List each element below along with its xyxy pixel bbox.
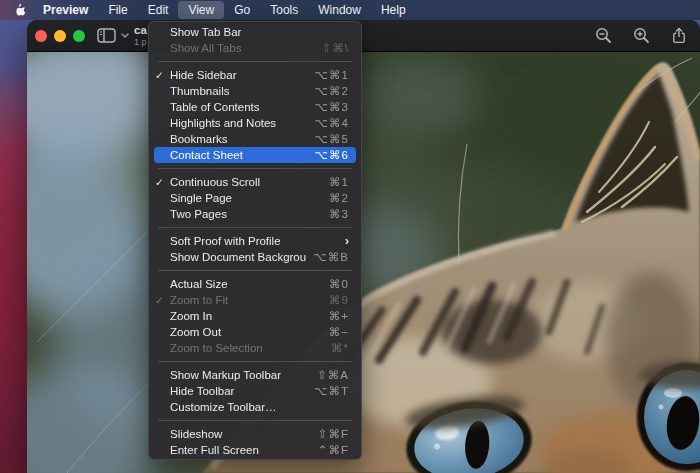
- window-title: ca: [134, 24, 147, 37]
- menu-item-label: Enter Full Screen: [170, 444, 310, 456]
- menu-separator: [149, 415, 361, 426]
- menu-item-label: Soft Proof with Profile: [170, 235, 337, 247]
- menu-separator: [149, 222, 361, 233]
- menu-item-show-document-background[interactable]: Show Document Background ⌥⌘B: [149, 249, 361, 265]
- menu-item-table-of-contents[interactable]: Table of Contents ⌥⌘3: [149, 99, 361, 115]
- menubar-item-file[interactable]: File: [98, 1, 137, 19]
- window-subtitle: 1 p: [134, 37, 147, 47]
- window-controls: [35, 30, 85, 42]
- menubar-item-tools[interactable]: Tools: [260, 1, 308, 19]
- menu-item-slideshow[interactable]: Slideshow ⇧⌘F: [149, 426, 361, 442]
- menubar-item-view[interactable]: View: [178, 1, 224, 19]
- menu-item-label: Actual Size: [170, 278, 321, 290]
- menu-item-shortcut: ⇧⌘F: [318, 427, 349, 441]
- fullscreen-window-button[interactable]: [73, 30, 85, 42]
- menu-item-label: Two Pages: [170, 208, 321, 220]
- menubar-item-preview[interactable]: Preview: [33, 1, 98, 19]
- menu-item-customize-toolbar[interactable]: Customize Toolbar…: [149, 399, 361, 415]
- menu-separator: [149, 56, 361, 67]
- sidebar-toggle-button[interactable]: [97, 28, 116, 43]
- menu-item-zoom-in[interactable]: Zoom In ⌘+: [149, 308, 361, 324]
- checkmark-icon: ✓: [155, 294, 170, 306]
- menubar-item-window[interactable]: Window: [308, 1, 371, 19]
- menu-item-shortcut: ⇧⌘\: [322, 41, 349, 55]
- menu-item-label: Zoom to Selection: [170, 342, 323, 354]
- preview-window: ca 1 p: [27, 20, 700, 473]
- menu-item-label: Show Markup Toolbar: [170, 369, 309, 381]
- menu-item-soft-proof-with-profile[interactable]: Soft Proof with Profile ›: [149, 233, 361, 249]
- zoom-in-icon: [633, 27, 650, 44]
- menu-item-enter-full-screen[interactable]: Enter Full Screen ⌃⌘F: [149, 442, 361, 458]
- sidebar-icon: [97, 28, 116, 43]
- zoom-out-button[interactable]: [595, 27, 612, 44]
- minimize-window-button[interactable]: [54, 30, 66, 42]
- checkmark-icon: ✓: [155, 69, 170, 81]
- menu-item-contact-sheet[interactable]: Contact Sheet ⌥⌘6: [154, 147, 356, 163]
- menu-item-label: Thumbnails: [170, 85, 307, 97]
- menu-item-label: Zoom Out: [170, 326, 321, 338]
- menubar-item-help[interactable]: Help: [371, 1, 416, 19]
- menu-item-shortcut: ⌥⌘T: [314, 384, 349, 398]
- menu-item-shortcut: ⌃⌘F: [318, 443, 349, 457]
- apple-logo-icon: [14, 3, 27, 18]
- menu-item-shortcut: ⌘*: [331, 341, 349, 355]
- menu-item-actual-size[interactable]: Actual Size ⌘0: [149, 276, 361, 292]
- menu-item-label: Table of Contents: [170, 101, 307, 113]
- menu-item-label: Show Tab Bar: [170, 26, 341, 38]
- menu-item-hide-toolbar[interactable]: Hide Toolbar ⌥⌘T: [149, 383, 361, 399]
- menu-item-shortcut: ⌥⌘2: [315, 84, 349, 98]
- menu-item-hide-sidebar[interactable]: ✓ Hide Sidebar ⌥⌘1: [149, 67, 361, 83]
- menu-item-single-page[interactable]: Single Page ⌘2: [149, 190, 361, 206]
- menu-item-label: Hide Toolbar: [170, 385, 306, 397]
- menu-item-thumbnails[interactable]: Thumbnails ⌥⌘2: [149, 83, 361, 99]
- zoom-in-button[interactable]: [633, 27, 650, 44]
- toolbar-right-group: [595, 27, 687, 44]
- menu-item-label: Slideshow: [170, 428, 310, 440]
- menu-separator: [149, 265, 361, 276]
- menubar-items: PreviewFileEditViewGoToolsWindowHelp: [33, 0, 416, 20]
- share-icon: [671, 27, 687, 44]
- menu-item-shortcut: ⌘1: [329, 175, 349, 189]
- menu-separator: [149, 356, 361, 367]
- menu-item-shortcut: ⌥⌘3: [315, 100, 349, 114]
- menu-item-label: Hide Sidebar: [170, 69, 307, 81]
- submenu-chevron-icon: ›: [345, 234, 349, 248]
- screen: ca 1 p: [0, 0, 700, 473]
- menu-item-shortcut: ⌥⌘6: [315, 148, 349, 162]
- menu-item-shortcut: ⌘+: [329, 309, 349, 323]
- menu-item-shortcut: ⌘3: [329, 207, 349, 221]
- menu-item-shortcut: ⌥⌘B: [314, 250, 349, 264]
- menu-item-label: Bookmarks: [170, 133, 307, 145]
- view-menu-panel: Show Tab Bar Show All Tabs ⇧⌘\ ✓ Hide Si…: [148, 21, 362, 460]
- menu-item-shortcut: ⌥⌘4: [315, 116, 349, 130]
- chevron-down-icon[interactable]: [121, 33, 129, 38]
- menu-item-zoom-to-selection: Zoom to Selection ⌘*: [149, 340, 361, 356]
- menu-item-show-tab-bar[interactable]: Show Tab Bar: [149, 24, 361, 40]
- menu-item-show-markup-toolbar[interactable]: Show Markup Toolbar ⇧⌘A: [149, 367, 361, 383]
- checkmark-icon: ✓: [155, 176, 170, 188]
- menu-item-shortcut: ⇧⌘A: [317, 368, 349, 382]
- menu-bar: PreviewFileEditViewGoToolsWindowHelp: [0, 0, 700, 20]
- menu-item-highlights-and-notes[interactable]: Highlights and Notes ⌥⌘4: [149, 115, 361, 131]
- menu-item-label: Show All Tabs: [170, 42, 314, 54]
- menu-separator: [149, 163, 361, 174]
- menu-item-label: Zoom to Fit: [170, 294, 321, 306]
- menu-item-continuous-scroll[interactable]: ✓ Continuous Scroll ⌘1: [149, 174, 361, 190]
- menu-item-bookmarks[interactable]: Bookmarks ⌥⌘5: [149, 131, 361, 147]
- share-button[interactable]: [671, 27, 687, 44]
- menubar-item-go[interactable]: Go: [224, 1, 260, 19]
- menu-item-label: Customize Toolbar…: [170, 401, 341, 413]
- close-window-button[interactable]: [35, 30, 47, 42]
- menu-item-shortcut: ⌘−: [329, 325, 349, 339]
- menu-item-shortcut: ⌥⌘5: [315, 132, 349, 146]
- document-photo-cat: [27, 52, 700, 473]
- apple-menu[interactable]: [14, 3, 27, 18]
- menu-item-zoom-out[interactable]: Zoom Out ⌘−: [149, 324, 361, 340]
- menu-item-shortcut: ⌘0: [329, 277, 349, 291]
- menu-item-label: Continuous Scroll: [170, 176, 321, 188]
- zoom-out-icon: [595, 27, 612, 44]
- menu-item-two-pages[interactable]: Two Pages ⌘3: [149, 206, 361, 222]
- menu-item-label: Highlights and Notes: [170, 117, 307, 129]
- menu-item-label: Show Document Background: [170, 251, 306, 263]
- menubar-item-edit[interactable]: Edit: [138, 1, 179, 19]
